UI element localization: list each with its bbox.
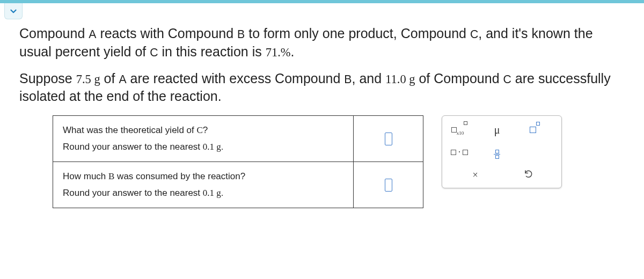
undo-icon — [524, 169, 533, 179]
tool-clear[interactable]: × — [465, 170, 486, 181]
question-row-2: How much B was consumed by the reaction?… — [53, 162, 423, 208]
tool-sci-notation[interactable]: x10 — [449, 124, 470, 136]
chevron-down-icon — [9, 6, 18, 16]
tool-undo[interactable] — [518, 169, 539, 181]
tool-mu[interactable]: μ — [486, 124, 508, 136]
collapse-toggle[interactable] — [4, 3, 23, 19]
question-1-text: What was the theoretical yield of C? Rou… — [53, 116, 354, 162]
answer-2-cell[interactable] — [354, 162, 423, 208]
problem-paragraph-2: Suppose 7.5 g of A are reacted with exce… — [19, 70, 625, 106]
answer-box-icon — [385, 179, 392, 192]
tool-multiply-dot[interactable]: · — [449, 148, 470, 157]
question-2-text: How much B was consumed by the reaction?… — [53, 162, 354, 208]
question-table: What was the theoretical yield of C? Rou… — [53, 115, 423, 208]
symbol-toolpanel: x10 μ · × — [442, 115, 562, 188]
question-row-1: What was the theoretical yield of C? Rou… — [53, 116, 423, 162]
answer-1-cell[interactable] — [354, 116, 423, 162]
problem-paragraph-1: Compound A reacts with Compound B to for… — [19, 25, 625, 61]
tool-fraction[interactable] — [486, 146, 508, 159]
tool-superscript[interactable] — [524, 124, 545, 135]
answer-box-icon — [385, 133, 392, 145]
